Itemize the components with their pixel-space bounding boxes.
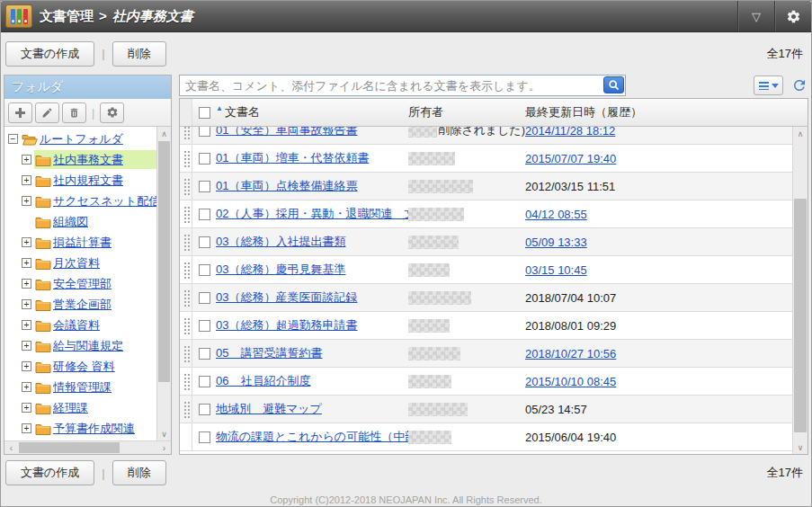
drag-handle[interactable]	[180, 200, 192, 227]
tree-expander-icon[interactable]: +	[22, 382, 31, 392]
folder-tree-item[interactable]: + サクセスネット配信	[4, 191, 156, 211]
header-dropdown-button[interactable]: ▽	[737, 1, 774, 31]
folder-link[interactable]: 損益計算書	[53, 235, 112, 251]
document-link[interactable]: 02（人事）採用・異動・退職関連 文書	[216, 206, 408, 222]
folder-settings-button[interactable]	[100, 102, 124, 123]
document-link[interactable]: 03（総務）超過勤務申請書	[216, 317, 357, 334]
scroll-right-arrow[interactable]: ›	[157, 441, 171, 454]
tree-expander-icon[interactable]: +	[22, 196, 31, 206]
column-header-owner[interactable]: 所有者	[408, 104, 525, 120]
scroll-down-arrow[interactable]: ∨	[157, 427, 171, 440]
tree-expander-icon[interactable]: +	[22, 361, 31, 371]
column-header-name[interactable]: ▲ 文書名	[216, 104, 408, 120]
folder-tree-item[interactable]: + 経理課	[4, 397, 156, 418]
tree-expander-icon[interactable]: +	[22, 341, 31, 351]
drag-handle[interactable]	[180, 127, 192, 144]
folder-link[interactable]: 営業企画部	[53, 297, 112, 313]
tree-expander-icon[interactable]: +	[22, 299, 31, 309]
row-checkbox[interactable]	[199, 181, 210, 192]
list-options-button[interactable]	[754, 76, 783, 95]
folder-link[interactable]: 社内事務文書	[53, 152, 123, 168]
folder-link[interactable]: 月次資料	[53, 255, 100, 271]
tree-expander-icon[interactable]: +	[22, 423, 31, 433]
tree-expander-icon[interactable]: +	[22, 155, 31, 165]
folder-tree-item[interactable]: + 情報管理課	[4, 377, 156, 397]
tree-expander-icon[interactable]: +	[22, 320, 31, 330]
create-document-button[interactable]: 文書の作成	[5, 41, 94, 67]
drag-handle[interactable]	[180, 396, 192, 422]
document-link[interactable]: 01（車両）増車・代替依頼書	[216, 150, 369, 166]
search-input[interactable]	[179, 75, 626, 96]
tree-expander-icon[interactable]: +	[22, 279, 31, 289]
folder-link[interactable]: 会議資料	[53, 317, 100, 334]
history-link[interactable]: 2018/10/27 10:56	[525, 347, 616, 360]
document-link[interactable]: 06 社員紹介制度	[216, 373, 310, 389]
row-checkbox[interactable]	[199, 320, 210, 332]
folder-link[interactable]: 組織図	[53, 214, 88, 230]
folder-tree-item[interactable]: + 社内事務文書	[4, 149, 156, 170]
document-link[interactable]: 03（総務）産業医面談記録	[216, 289, 357, 306]
drag-handle[interactable]	[180, 423, 192, 450]
scroll-down-arrow[interactable]: ∨	[793, 440, 808, 454]
document-link[interactable]: 01（安全）車両事故報告書	[216, 127, 357, 138]
row-checkbox[interactable]	[199, 209, 210, 220]
add-folder-button[interactable]	[8, 102, 32, 123]
folder-link[interactable]: 研修会 資料	[53, 359, 115, 375]
folder-tree-item[interactable]: + 社内規程文書	[4, 170, 156, 191]
folder-link[interactable]: 予算書作成関連	[53, 421, 135, 437]
scroll-up-arrow[interactable]: ∧	[793, 127, 808, 140]
document-link[interactable]: 03（総務）入社提出書類	[216, 234, 345, 250]
folder-link[interactable]: 社内規程文書	[53, 173, 123, 189]
scroll-up-arrow[interactable]: ∧	[157, 127, 171, 140]
scrollbar-thumb[interactable]	[794, 199, 807, 432]
folder-link[interactable]: ルートフォルダ	[40, 131, 123, 147]
row-checkbox[interactable]	[199, 376, 210, 387]
folder-tree-item[interactable]: + 会議資料	[4, 315, 156, 335]
row-checkbox[interactable]	[199, 153, 210, 165]
folder-tree-item[interactable]: + 安全管理部	[4, 273, 156, 294]
delete-button[interactable]: 削除	[112, 41, 166, 67]
folder-link[interactable]: 情報管理課	[53, 379, 112, 396]
folder-tree-item[interactable]: + 損益計算書	[4, 232, 156, 253]
drag-handle[interactable]	[180, 256, 192, 283]
tree-expander-icon[interactable]: −	[8, 134, 18, 144]
history-link[interactable]: 04/12 08:55	[525, 208, 587, 221]
row-checkbox[interactable]	[199, 127, 210, 137]
tree-expander-icon[interactable]: +	[22, 237, 31, 247]
row-checkbox[interactable]	[199, 292, 210, 304]
document-link[interactable]: 05 講習受講誓約書	[216, 345, 322, 361]
document-link[interactable]: 01（車両）点検整備連絡票	[216, 178, 357, 194]
document-link[interactable]: 地域別 避難マップ	[216, 401, 322, 417]
delete-button[interactable]: 削除	[112, 460, 166, 485]
row-checkbox[interactable]	[199, 348, 210, 360]
scroll-left-arrow[interactable]: ‹	[4, 441, 18, 454]
folder-tree-item[interactable]: + 給与関連規定	[4, 335, 156, 356]
folder-tree-item[interactable]: + 予算書作成関連	[4, 418, 156, 439]
drag-handle[interactable]	[180, 368, 192, 395]
settings-button[interactable]	[774, 1, 811, 31]
drag-handle[interactable]	[180, 145, 192, 172]
folder-tree-item[interactable]: 組織図	[4, 211, 156, 232]
drag-handle[interactable]	[180, 284, 192, 311]
refresh-button[interactable]	[790, 76, 808, 94]
folder-tree-item[interactable]: + 営業企画部	[4, 294, 156, 315]
drag-handle[interactable]	[180, 173, 192, 200]
select-all-checkbox[interactable]	[199, 107, 210, 119]
history-link[interactable]: 2015/07/07 19:40	[525, 152, 616, 165]
folder-link[interactable]: 安全管理部	[53, 276, 112, 292]
history-link[interactable]: 05/09 13:33	[525, 236, 587, 249]
history-link[interactable]: 2015/10/10 08:45	[525, 375, 616, 388]
drag-handle[interactable]	[180, 312, 192, 339]
search-button[interactable]	[603, 76, 624, 93]
folder-tree-item[interactable]: + 月次資料	[4, 253, 156, 273]
folder-link[interactable]: 経理課	[53, 400, 88, 416]
history-link[interactable]: 03/15 10:45	[525, 263, 587, 277]
edit-folder-button[interactable]	[35, 102, 59, 123]
delete-folder-button[interactable]	[62, 102, 86, 123]
row-checkbox[interactable]	[199, 404, 210, 415]
folder-tree-item[interactable]: − ルートフォルダ	[4, 129, 156, 149]
column-header-updated[interactable]: 最終更新日時（履歴）	[525, 104, 808, 120]
folder-tree-item[interactable]: + 研修会 資料	[4, 356, 156, 377]
row-checkbox[interactable]	[199, 236, 210, 248]
create-document-button[interactable]: 文書の作成	[5, 460, 94, 485]
